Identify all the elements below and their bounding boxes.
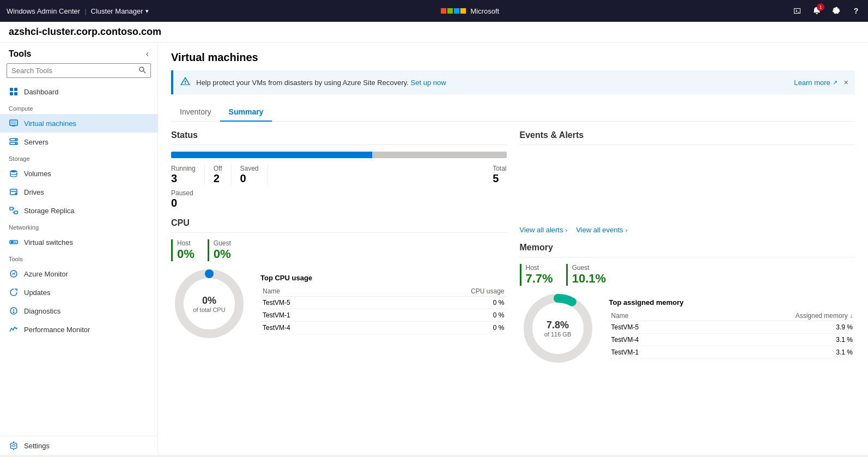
sidebar-item-updates[interactable]: Updates	[0, 283, 157, 302]
svg-line-1	[144, 71, 146, 74]
cpu-top-title: Top CPU usage	[260, 274, 507, 282]
tab-summary[interactable]: Summary	[220, 103, 272, 122]
memory-top-title: Top assigned memory	[609, 298, 855, 306]
alert-text: Help protect your VMs from disasters by …	[196, 79, 788, 87]
learn-more-link[interactable]: Learn more ↗	[794, 79, 837, 87]
vswitches-icon	[9, 237, 19, 247]
cpu-host-value: 0%	[177, 247, 195, 261]
sidebar-collapse-button[interactable]: ‹	[146, 49, 149, 59]
memory-row-assigned: 3.9 %	[693, 321, 855, 333]
sidebar-item-azure-monitor[interactable]: Azure Monitor	[0, 264, 157, 283]
alert-actions: Learn more ↗ ×	[794, 78, 848, 87]
cluster-name: azshci-cluster.corp.contoso.com	[9, 26, 161, 37]
topbar: Windows Admin Center | Cluster Manager ▾…	[0, 0, 868, 22]
sidebar-item-performance-monitor[interactable]: Performance Monitor	[0, 320, 157, 339]
memory-table-row: TestVM-53.9 %	[609, 321, 855, 333]
sidebar-item-diagnostics[interactable]: Diagnostics	[0, 302, 157, 320]
cpu-table-row: TestVM-40 %	[260, 321, 507, 334]
memory-row-assigned: 3.1 %	[693, 333, 855, 346]
sidebar-item-drives[interactable]: Drives	[0, 183, 157, 201]
sidebar-item-servers[interactable]: Servers	[0, 133, 157, 151]
svg-point-16	[15, 193, 16, 194]
sidebar-title: Tools	[9, 49, 31, 59]
sidebar-item-virtual-switches[interactable]: Virtual switches	[0, 233, 157, 251]
events-links: View all alerts › View all events ›	[520, 226, 855, 234]
cluster-manager-label[interactable]: Cluster Manager ▾	[91, 7, 149, 15]
topbar-left: Windows Admin Center | Cluster Manager ▾	[7, 7, 149, 15]
svg-rect-7	[11, 121, 16, 124]
updates-icon	[9, 287, 19, 297]
status-saved: Saved 0	[240, 165, 268, 185]
memory-row-assigned: 3.1 %	[693, 346, 855, 358]
sidebar-bottom: Settings	[0, 436, 157, 455]
diagnostics-icon	[9, 306, 19, 316]
sidebar-label-azure-monitor: Azure Monitor	[24, 270, 68, 278]
gear-icon[interactable]	[831, 5, 842, 16]
cluster-header: azshci-cluster.corp.contoso.com	[0, 22, 868, 43]
sidebar-label-settings: Settings	[24, 442, 50, 450]
svg-rect-4	[10, 92, 13, 95]
tab-inventory[interactable]: Inventory	[171, 103, 220, 122]
summary-content: Status Running 3	[171, 130, 855, 366]
svg-point-13	[15, 143, 16, 144]
sidebar-label-volumes: Volumes	[24, 170, 51, 178]
sidebar-label-storage-replica: Storage Replica	[24, 207, 75, 215]
alert-setup-link[interactable]: Set up now	[411, 79, 446, 87]
terminal-icon[interactable]	[792, 5, 803, 16]
memory-section: Memory Host 7.7% Guest 10.1%	[520, 243, 855, 366]
cpu-title: CPU	[171, 218, 507, 228]
svg-point-26	[13, 312, 14, 313]
tabs-container: Inventory Summary	[171, 103, 855, 122]
sidebar-item-dashboard[interactable]: Dashboard	[0, 82, 157, 101]
cpu-guest-value: 0%	[214, 247, 231, 261]
status-counts-row1: Running 3 Off 2 Saved 0 Total	[171, 165, 507, 185]
status-running: Running 3	[171, 165, 205, 185]
memory-donut-sub: of 116 GB	[544, 331, 572, 338]
cpu-col-name: Name	[260, 286, 373, 297]
content-area: Virtual machines Help protect your VMs f…	[158, 43, 868, 455]
help-icon[interactable]: ?	[851, 5, 861, 16]
sidebar-section-storage: Storage	[0, 151, 157, 164]
svg-point-21	[11, 242, 13, 243]
cpu-host-metric: Host 0%	[171, 239, 195, 261]
notifications-icon[interactable]: 1	[811, 5, 822, 16]
cpu-metrics-header: Host 0% Guest 0%	[171, 239, 507, 261]
search-input[interactable]	[11, 67, 136, 75]
memory-chart-area: 7.8% of 116 GB Top assigned memory Name	[520, 290, 855, 366]
memory-donut-chart: 7.8% of 116 GB	[520, 290, 596, 366]
alerts-chevron-icon: ›	[565, 227, 567, 233]
sidebar-item-settings[interactable]: Settings	[0, 436, 157, 455]
total-value: 5	[493, 172, 506, 185]
status-total: Total 5	[493, 165, 506, 185]
status-section: Status Running 3	[171, 130, 507, 209]
cpu-donut-sub: of total CPU	[193, 306, 225, 313]
page-title: Virtual machines	[171, 51, 855, 64]
cpu-usage-table: Name CPU usage TestVM-50 %TestVM-10 %Tes…	[260, 286, 507, 334]
memory-donut-pct: 7.8%	[544, 320, 572, 331]
sidebar-label-performance-monitor: Performance Monitor	[24, 326, 90, 334]
sidebar-label-vm: Virtual machines	[24, 119, 76, 128]
servers-icon	[9, 137, 19, 147]
volumes-icon	[9, 169, 19, 178]
svg-rect-3	[14, 88, 17, 91]
cpu-guest-label: Guest	[214, 239, 231, 247]
sidebar-item-volumes[interactable]: Volumes	[0, 164, 157, 183]
off-value: 2	[214, 172, 222, 185]
events-title: Events & Alerts	[520, 130, 855, 140]
cpu-row-usage: 0 %	[373, 321, 507, 334]
cpu-divider	[171, 232, 507, 233]
view-all-events-link[interactable]: View all events ›	[576, 226, 627, 234]
sidebar-item-storage-replica[interactable]: Storage Replica	[0, 201, 157, 220]
svg-rect-18	[10, 207, 13, 210]
search-icon	[138, 66, 146, 75]
sidebar-item-virtual-machines[interactable]: Virtual machines	[0, 114, 157, 133]
memory-guest-value: 10.1%	[572, 272, 606, 286]
paused-label: Paused	[171, 189, 193, 197]
cpu-table-row: TestVM-50 %	[260, 296, 507, 309]
alert-close-button[interactable]: ×	[844, 78, 848, 87]
cpu-row-name: TestVM-4	[260, 321, 373, 334]
cpu-guest-metric: Guest 0%	[208, 239, 231, 261]
cpu-chart-area: 0% of total CPU Top CPU usage Name	[171, 266, 507, 342]
view-all-alerts-link[interactable]: View all alerts ›	[520, 226, 568, 234]
svg-point-0	[139, 67, 144, 71]
